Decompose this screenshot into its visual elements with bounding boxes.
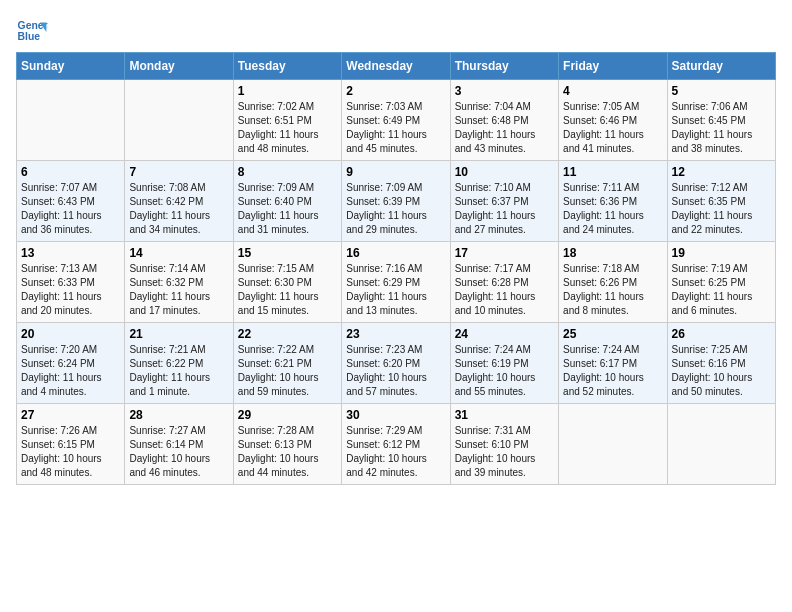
calendar-cell: 19Sunrise: 7:19 AM Sunset: 6:25 PM Dayli… xyxy=(667,242,775,323)
day-info: Sunrise: 7:16 AM Sunset: 6:29 PM Dayligh… xyxy=(346,262,445,318)
calendar-cell: 27Sunrise: 7:26 AM Sunset: 6:15 PM Dayli… xyxy=(17,404,125,485)
day-info: Sunrise: 7:26 AM Sunset: 6:15 PM Dayligh… xyxy=(21,424,120,480)
day-number: 8 xyxy=(238,165,337,179)
calendar-cell: 16Sunrise: 7:16 AM Sunset: 6:29 PM Dayli… xyxy=(342,242,450,323)
day-number: 9 xyxy=(346,165,445,179)
calendar-cell: 6Sunrise: 7:07 AM Sunset: 6:43 PM Daylig… xyxy=(17,161,125,242)
day-number: 7 xyxy=(129,165,228,179)
day-info: Sunrise: 7:18 AM Sunset: 6:26 PM Dayligh… xyxy=(563,262,662,318)
logo: General Blue xyxy=(16,16,48,48)
calendar-cell: 4Sunrise: 7:05 AM Sunset: 6:46 PM Daylig… xyxy=(559,80,667,161)
day-number: 28 xyxy=(129,408,228,422)
header-day-saturday: Saturday xyxy=(667,53,775,80)
day-number: 29 xyxy=(238,408,337,422)
header-day-wednesday: Wednesday xyxy=(342,53,450,80)
day-info: Sunrise: 7:06 AM Sunset: 6:45 PM Dayligh… xyxy=(672,100,771,156)
day-number: 13 xyxy=(21,246,120,260)
day-info: Sunrise: 7:23 AM Sunset: 6:20 PM Dayligh… xyxy=(346,343,445,399)
calendar-cell xyxy=(559,404,667,485)
day-info: Sunrise: 7:10 AM Sunset: 6:37 PM Dayligh… xyxy=(455,181,554,237)
calendar-cell: 8Sunrise: 7:09 AM Sunset: 6:40 PM Daylig… xyxy=(233,161,341,242)
calendar-cell: 5Sunrise: 7:06 AM Sunset: 6:45 PM Daylig… xyxy=(667,80,775,161)
calendar-cell: 2Sunrise: 7:03 AM Sunset: 6:49 PM Daylig… xyxy=(342,80,450,161)
day-number: 16 xyxy=(346,246,445,260)
calendar-cell: 18Sunrise: 7:18 AM Sunset: 6:26 PM Dayli… xyxy=(559,242,667,323)
page-header: General Blue xyxy=(16,16,776,48)
day-number: 6 xyxy=(21,165,120,179)
calendar-cell: 11Sunrise: 7:11 AM Sunset: 6:36 PM Dayli… xyxy=(559,161,667,242)
day-info: Sunrise: 7:02 AM Sunset: 6:51 PM Dayligh… xyxy=(238,100,337,156)
day-number: 30 xyxy=(346,408,445,422)
day-info: Sunrise: 7:20 AM Sunset: 6:24 PM Dayligh… xyxy=(21,343,120,399)
day-number: 19 xyxy=(672,246,771,260)
week-row-4: 20Sunrise: 7:20 AM Sunset: 6:24 PM Dayli… xyxy=(17,323,776,404)
day-number: 17 xyxy=(455,246,554,260)
day-number: 20 xyxy=(21,327,120,341)
calendar-cell: 28Sunrise: 7:27 AM Sunset: 6:14 PM Dayli… xyxy=(125,404,233,485)
calendar-cell: 3Sunrise: 7:04 AM Sunset: 6:48 PM Daylig… xyxy=(450,80,558,161)
day-number: 11 xyxy=(563,165,662,179)
day-number: 21 xyxy=(129,327,228,341)
calendar-cell: 7Sunrise: 7:08 AM Sunset: 6:42 PM Daylig… xyxy=(125,161,233,242)
logo-icon: General Blue xyxy=(16,16,48,48)
day-number: 1 xyxy=(238,84,337,98)
day-info: Sunrise: 7:17 AM Sunset: 6:28 PM Dayligh… xyxy=(455,262,554,318)
day-info: Sunrise: 7:24 AM Sunset: 6:19 PM Dayligh… xyxy=(455,343,554,399)
day-number: 14 xyxy=(129,246,228,260)
day-number: 4 xyxy=(563,84,662,98)
day-info: Sunrise: 7:27 AM Sunset: 6:14 PM Dayligh… xyxy=(129,424,228,480)
day-number: 2 xyxy=(346,84,445,98)
week-row-1: 1Sunrise: 7:02 AM Sunset: 6:51 PM Daylig… xyxy=(17,80,776,161)
day-info: Sunrise: 7:14 AM Sunset: 6:32 PM Dayligh… xyxy=(129,262,228,318)
day-info: Sunrise: 7:12 AM Sunset: 6:35 PM Dayligh… xyxy=(672,181,771,237)
day-number: 10 xyxy=(455,165,554,179)
calendar-cell: 23Sunrise: 7:23 AM Sunset: 6:20 PM Dayli… xyxy=(342,323,450,404)
day-number: 5 xyxy=(672,84,771,98)
week-row-2: 6Sunrise: 7:07 AM Sunset: 6:43 PM Daylig… xyxy=(17,161,776,242)
day-number: 31 xyxy=(455,408,554,422)
calendar-cell: 15Sunrise: 7:15 AM Sunset: 6:30 PM Dayli… xyxy=(233,242,341,323)
day-number: 26 xyxy=(672,327,771,341)
calendar-cell: 21Sunrise: 7:21 AM Sunset: 6:22 PM Dayli… xyxy=(125,323,233,404)
calendar-cell: 30Sunrise: 7:29 AM Sunset: 6:12 PM Dayli… xyxy=(342,404,450,485)
day-info: Sunrise: 7:15 AM Sunset: 6:30 PM Dayligh… xyxy=(238,262,337,318)
day-info: Sunrise: 7:11 AM Sunset: 6:36 PM Dayligh… xyxy=(563,181,662,237)
day-number: 27 xyxy=(21,408,120,422)
day-info: Sunrise: 7:31 AM Sunset: 6:10 PM Dayligh… xyxy=(455,424,554,480)
day-info: Sunrise: 7:07 AM Sunset: 6:43 PM Dayligh… xyxy=(21,181,120,237)
day-info: Sunrise: 7:28 AM Sunset: 6:13 PM Dayligh… xyxy=(238,424,337,480)
header-day-tuesday: Tuesday xyxy=(233,53,341,80)
day-info: Sunrise: 7:24 AM Sunset: 6:17 PM Dayligh… xyxy=(563,343,662,399)
calendar-cell: 10Sunrise: 7:10 AM Sunset: 6:37 PM Dayli… xyxy=(450,161,558,242)
svg-text:Blue: Blue xyxy=(18,31,41,42)
calendar-cell: 9Sunrise: 7:09 AM Sunset: 6:39 PM Daylig… xyxy=(342,161,450,242)
calendar-cell: 12Sunrise: 7:12 AM Sunset: 6:35 PM Dayli… xyxy=(667,161,775,242)
calendar-cell: 22Sunrise: 7:22 AM Sunset: 6:21 PM Dayli… xyxy=(233,323,341,404)
day-info: Sunrise: 7:22 AM Sunset: 6:21 PM Dayligh… xyxy=(238,343,337,399)
calendar-cell xyxy=(125,80,233,161)
day-info: Sunrise: 7:25 AM Sunset: 6:16 PM Dayligh… xyxy=(672,343,771,399)
day-info: Sunrise: 7:09 AM Sunset: 6:39 PM Dayligh… xyxy=(346,181,445,237)
header-day-monday: Monday xyxy=(125,53,233,80)
week-row-5: 27Sunrise: 7:26 AM Sunset: 6:15 PM Dayli… xyxy=(17,404,776,485)
day-info: Sunrise: 7:21 AM Sunset: 6:22 PM Dayligh… xyxy=(129,343,228,399)
calendar-cell: 29Sunrise: 7:28 AM Sunset: 6:13 PM Dayli… xyxy=(233,404,341,485)
day-info: Sunrise: 7:04 AM Sunset: 6:48 PM Dayligh… xyxy=(455,100,554,156)
day-info: Sunrise: 7:19 AM Sunset: 6:25 PM Dayligh… xyxy=(672,262,771,318)
day-info: Sunrise: 7:08 AM Sunset: 6:42 PM Dayligh… xyxy=(129,181,228,237)
day-info: Sunrise: 7:09 AM Sunset: 6:40 PM Dayligh… xyxy=(238,181,337,237)
calendar-cell: 14Sunrise: 7:14 AM Sunset: 6:32 PM Dayli… xyxy=(125,242,233,323)
day-number: 24 xyxy=(455,327,554,341)
day-info: Sunrise: 7:05 AM Sunset: 6:46 PM Dayligh… xyxy=(563,100,662,156)
day-number: 18 xyxy=(563,246,662,260)
calendar-header-row: SundayMondayTuesdayWednesdayThursdayFrid… xyxy=(17,53,776,80)
day-info: Sunrise: 7:13 AM Sunset: 6:33 PM Dayligh… xyxy=(21,262,120,318)
calendar-cell: 13Sunrise: 7:13 AM Sunset: 6:33 PM Dayli… xyxy=(17,242,125,323)
calendar-table: SundayMondayTuesdayWednesdayThursdayFrid… xyxy=(16,52,776,485)
calendar-cell: 24Sunrise: 7:24 AM Sunset: 6:19 PM Dayli… xyxy=(450,323,558,404)
calendar-cell: 17Sunrise: 7:17 AM Sunset: 6:28 PM Dayli… xyxy=(450,242,558,323)
calendar-cell: 26Sunrise: 7:25 AM Sunset: 6:16 PM Dayli… xyxy=(667,323,775,404)
calendar-cell xyxy=(667,404,775,485)
day-number: 25 xyxy=(563,327,662,341)
day-number: 12 xyxy=(672,165,771,179)
